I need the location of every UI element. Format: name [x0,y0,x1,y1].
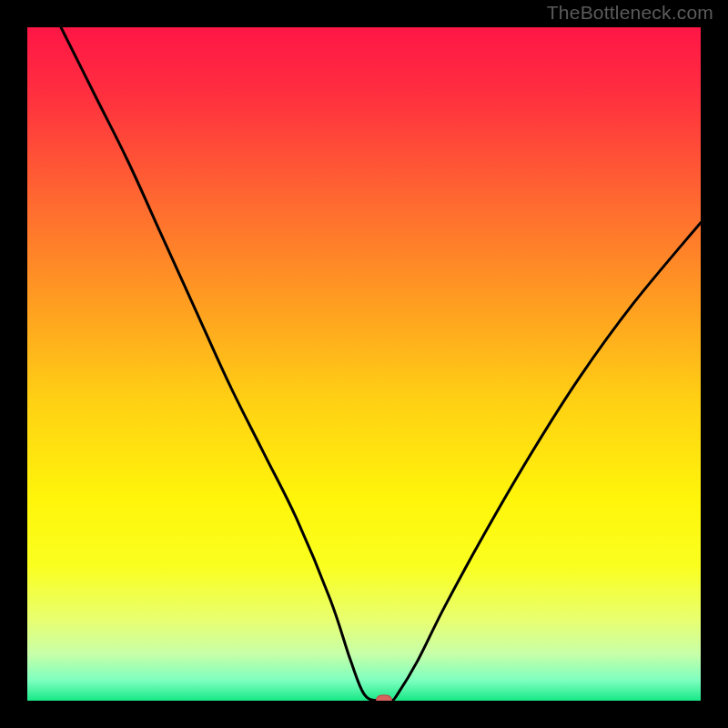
watermark-text: TheBottleneck.com [547,2,713,24]
plot-area [27,27,701,701]
bottleneck-curve [27,27,701,701]
chart-frame: TheBottleneck.com [0,0,728,728]
optimum-marker [376,695,392,702]
